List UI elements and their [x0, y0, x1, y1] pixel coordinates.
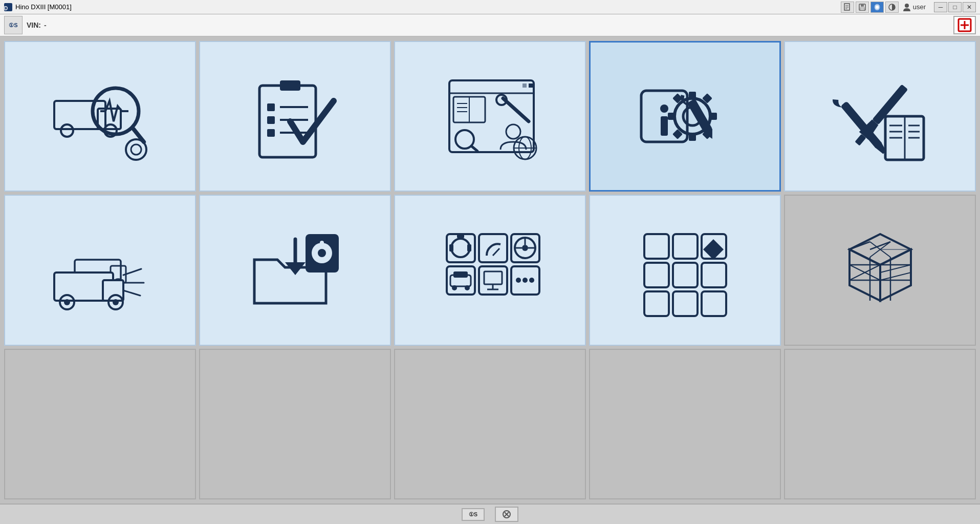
svg-rect-55 — [668, 113, 675, 120]
svg-point-101 — [522, 245, 528, 251]
svg-line-41 — [471, 146, 477, 151]
svg-rect-22 — [280, 80, 300, 91]
bottom-bar: ①S — [0, 504, 980, 524]
toolbar-icon-label: ①S — [9, 22, 17, 29]
settings-gear-icon[interactable] — [870, 2, 884, 13]
tile-inspection[interactable] — [199, 41, 391, 192]
tile-repair-manual[interactable] — [784, 41, 976, 192]
svg-point-82 — [113, 299, 119, 305]
svg-rect-95 — [467, 244, 471, 251]
minimize-button[interactable]: ─ — [934, 2, 947, 12]
svg-rect-27 — [267, 129, 275, 137]
tile-data-management[interactable] — [199, 195, 391, 345]
tile-diagnostics[interactable] — [4, 41, 196, 192]
svg-rect-124 — [644, 291, 669, 316]
svg-rect-23 — [267, 103, 275, 111]
svg-rect-96 — [457, 234, 464, 238]
vin-section: VIN: - — [27, 21, 47, 29]
svg-rect-52 — [689, 92, 696, 99]
svg-rect-94 — [449, 244, 453, 251]
svg-point-47 — [660, 104, 668, 113]
bottom-right-button[interactable] — [495, 507, 518, 522]
svg-point-109 — [465, 285, 470, 290]
svg-rect-97 — [479, 234, 507, 262]
svg-point-117 — [529, 278, 534, 283]
svg-rect-119 — [673, 234, 698, 259]
svg-point-9 — [905, 4, 909, 8]
svg-rect-121 — [644, 263, 669, 287]
svg-rect-123 — [702, 263, 726, 287]
svg-rect-107 — [453, 271, 468, 278]
save-icon[interactable] — [856, 2, 869, 13]
svg-line-135 — [880, 265, 911, 273]
svg-line-98 — [493, 248, 499, 256]
window-title: Hino DXIII [M0001] — [15, 3, 72, 11]
bottom-icon-label: ①S — [469, 511, 477, 518]
tile-empty-3 — [394, 349, 586, 499]
add-button[interactable] — [953, 16, 976, 34]
restore-button[interactable]: □ — [948, 2, 962, 12]
tile-service-support[interactable] — [394, 41, 586, 192]
svg-point-42 — [506, 124, 520, 139]
svg-point-81 — [64, 299, 70, 305]
svg-rect-53 — [689, 134, 696, 141]
user-section: user — [902, 3, 926, 12]
user-icon — [902, 3, 911, 12]
svg-rect-48 — [661, 116, 668, 136]
main-grid: Technical information — [0, 37, 980, 504]
toolbar: ①S VIN: - — [0, 14, 980, 37]
document-icon[interactable] — [841, 2, 854, 13]
contrast-icon[interactable] — [885, 2, 899, 13]
svg-rect-31 — [529, 83, 533, 88]
tile-empty-5 — [784, 349, 976, 499]
tile-empty-4 — [589, 349, 781, 499]
tile-empty-2 — [199, 349, 391, 499]
bottom-left-button[interactable]: ①S — [462, 508, 485, 521]
tile-fleet[interactable] — [4, 195, 196, 345]
svg-rect-110 — [479, 266, 507, 295]
svg-rect-125 — [673, 291, 698, 316]
toolbar-icon: ①S — [4, 16, 23, 34]
svg-rect-62 — [872, 85, 908, 125]
svg-marker-130 — [880, 249, 911, 301]
svg-point-93 — [451, 239, 470, 257]
svg-line-138 — [870, 242, 890, 249]
vin-value: - — [44, 21, 47, 29]
svg-marker-127 — [703, 239, 724, 260]
svg-rect-6 — [860, 8, 864, 10]
svg-line-137 — [850, 242, 870, 249]
svg-rect-126 — [702, 291, 726, 316]
svg-rect-111 — [484, 271, 502, 284]
svg-point-19 — [126, 139, 146, 160]
settings-x-icon — [502, 510, 511, 519]
svg-point-90 — [318, 249, 326, 257]
tile-3d-model[interactable] — [784, 195, 976, 345]
user-label: user — [913, 3, 926, 11]
tile-custom[interactable] — [589, 195, 781, 345]
svg-rect-32 — [522, 83, 527, 88]
svg-line-136 — [880, 273, 911, 280]
svg-point-116 — [522, 278, 528, 283]
close-button[interactable]: ✕ — [963, 2, 976, 12]
svg-point-20 — [131, 144, 141, 155]
svg-marker-129 — [850, 249, 880, 301]
svg-rect-54 — [710, 113, 717, 120]
app-icon: D — [4, 3, 12, 11]
vin-label: VIN: — [27, 21, 41, 29]
tile-system-select[interactable] — [394, 195, 586, 345]
svg-point-15 — [61, 124, 73, 137]
tile-technical-info[interactable]: Technical information — [589, 41, 781, 192]
title-bar: D Hino DXIII [M0001] user ─ □ — [0, 0, 980, 14]
svg-point-91 — [320, 241, 324, 245]
svg-rect-5 — [861, 4, 864, 7]
svg-point-115 — [516, 278, 521, 283]
svg-line-85 — [123, 290, 140, 296]
svg-point-108 — [452, 285, 457, 290]
svg-rect-118 — [644, 234, 669, 259]
svg-rect-25 — [267, 116, 275, 124]
tile-empty-1 — [4, 349, 196, 499]
svg-rect-122 — [673, 263, 698, 287]
